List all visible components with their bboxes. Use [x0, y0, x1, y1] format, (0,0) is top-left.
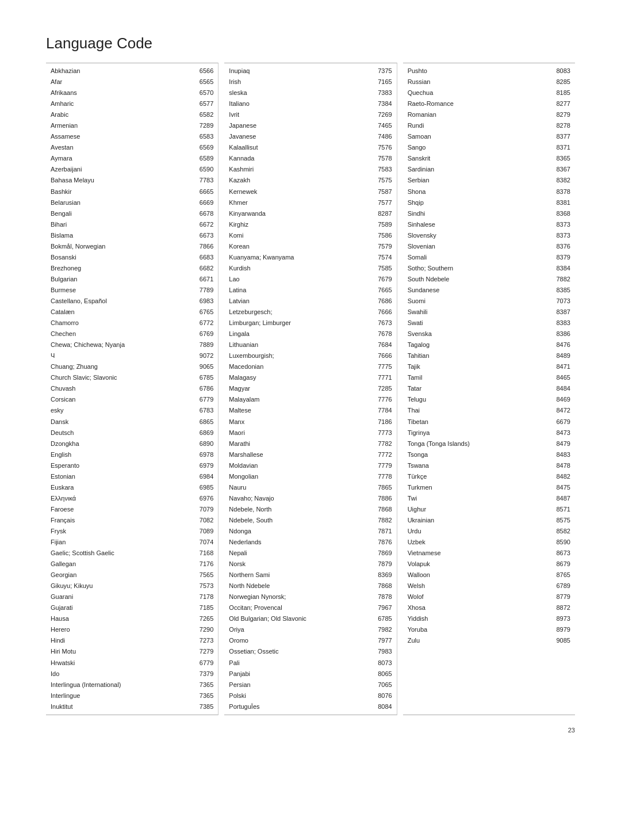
language-name: Serbian — [408, 175, 550, 185]
language-name: Polski — [229, 691, 371, 701]
language-code: 7178 — [193, 592, 213, 602]
language-code: 7579 — [371, 242, 392, 251]
table-row: Kashmiri7583 — [224, 164, 396, 175]
language-code: 6890 — [193, 439, 213, 449]
language-name: Inuktitut — [51, 702, 193, 712]
table-row: Latvian7686 — [224, 296, 396, 307]
language-code: 6985 — [193, 483, 213, 492]
table-row: Navaho; Navajo7886 — [224, 493, 396, 504]
language-name: Ossetian; Ossetic — [229, 647, 371, 656]
table-row: Georgian7565 — [46, 570, 218, 581]
table-row: Dansk6865 — [46, 417, 218, 427]
language-name: Ndebele, South — [229, 516, 371, 525]
language-code: 8373 — [550, 231, 570, 240]
language-code: 8478 — [550, 461, 570, 471]
language-code: 8673 — [550, 548, 570, 558]
table-row: Suomi7073 — [403, 296, 575, 307]
language-code: 6678 — [193, 209, 213, 219]
language-code: 7176 — [193, 559, 213, 569]
table-row: Euskara6985 — [46, 482, 218, 493]
language-code: 7065 — [371, 680, 392, 690]
language-code: 7589 — [371, 220, 392, 230]
language-code: 7273 — [193, 636, 213, 646]
language-name: Zulu — [408, 636, 550, 646]
language-code: 6976 — [193, 494, 213, 503]
table-row: North Ndebele7868 — [224, 581, 396, 591]
language-code: 8379 — [550, 253, 570, 262]
table-row: Old Bulgarian; Old Slavonic6785 — [224, 613, 396, 624]
language-code: 8383 — [550, 318, 570, 328]
language-name: Irish — [229, 77, 371, 87]
language-name: Urdu — [408, 526, 550, 536]
language-name: Ndonga — [229, 526, 371, 536]
language-code: 6983 — [193, 296, 213, 306]
language-code: 8083 — [550, 66, 570, 76]
table-row: Tswana8478 — [403, 460, 575, 471]
language-code: 7983 — [371, 647, 392, 656]
table-row: Ndebele, South7882 — [224, 515, 396, 526]
language-code: 7775 — [371, 362, 392, 372]
table-row: Herero7290 — [46, 624, 218, 635]
language-name: Shona — [408, 187, 550, 197]
language-code: 6589 — [193, 154, 213, 163]
table-row: Tibetan6679 — [403, 417, 575, 427]
table-row: Volapuk8679 — [403, 559, 575, 570]
language-code: 7165 — [371, 77, 392, 87]
language-name: Hiri Motu — [51, 647, 193, 656]
table-row: Luxembourgish;7666 — [224, 350, 396, 361]
table-row: Limburgan; Limburger7673 — [224, 318, 396, 329]
table-row: Burmese7789 — [46, 285, 218, 296]
table-row: Norsk7879 — [224, 559, 396, 570]
language-code: 7868 — [371, 581, 392, 591]
language-name: Maori — [229, 428, 371, 438]
table-row: Uzbek8590 — [403, 537, 575, 548]
table-row: Interlingue7365 — [46, 690, 218, 701]
language-name: Afrikaans — [51, 88, 193, 98]
table-row: Tonga (Tonga Islands)8479 — [403, 438, 575, 449]
language-code: 8487 — [550, 494, 570, 503]
language-name: Komi — [229, 231, 371, 240]
language-name: esky — [51, 406, 193, 415]
language-code: 6672 — [193, 220, 213, 230]
table-row: Kurdish7585 — [224, 263, 396, 274]
language-name: Kannada — [229, 154, 371, 163]
language-code: 7082 — [193, 516, 213, 525]
table-row: Hiri Motu7279 — [46, 646, 218, 657]
language-name: Lingala — [229, 329, 371, 339]
table-row: Shqip8381 — [403, 197, 575, 208]
language-name: Macedonian — [229, 362, 371, 372]
table-row: Komi7586 — [224, 230, 396, 241]
language-name: Dzongkha — [51, 439, 193, 449]
language-name: Pushto — [408, 66, 550, 76]
language-code: 8679 — [550, 559, 570, 569]
language-name: Abkhazian — [51, 66, 193, 76]
table-row: Tigrinya8473 — [403, 427, 575, 438]
language-code: 6565 — [193, 77, 213, 87]
language-code: 6566 — [193, 66, 213, 76]
language-code: 7982 — [371, 625, 392, 635]
table-row: Yoruba8979 — [403, 624, 575, 635]
language-name: Shqip — [408, 198, 550, 208]
language-name: Hrwatski — [51, 658, 193, 668]
language-code: 6682 — [193, 264, 213, 273]
language-code: 8479 — [550, 439, 570, 449]
language-name: Welsh — [408, 581, 550, 591]
table-row: Bokmål, Norwegian7866 — [46, 241, 218, 252]
language-code: 7789 — [193, 285, 213, 295]
language-name: Bosanski — [51, 253, 193, 262]
language-name: Korean — [229, 242, 371, 251]
language-name: Persian — [229, 680, 371, 690]
language-name: Walloon — [408, 570, 550, 580]
language-name: Luxembourgish; — [229, 351, 371, 361]
language-code: 8382 — [550, 175, 570, 185]
language-name: Euskara — [51, 483, 193, 492]
language-name: Tamil — [408, 373, 550, 383]
table-row: Lao7679 — [224, 274, 396, 285]
language-name: Estonian — [51, 472, 193, 482]
table-row: Chamorro6772 — [46, 318, 218, 329]
language-name: Sundanese — [408, 285, 550, 295]
language-name: Belarusian — [51, 198, 193, 208]
language-name: Chuang; Zhuang — [51, 362, 193, 372]
table-row: Italiano7384 — [224, 98, 396, 109]
table-row: Lingala7678 — [224, 329, 396, 339]
